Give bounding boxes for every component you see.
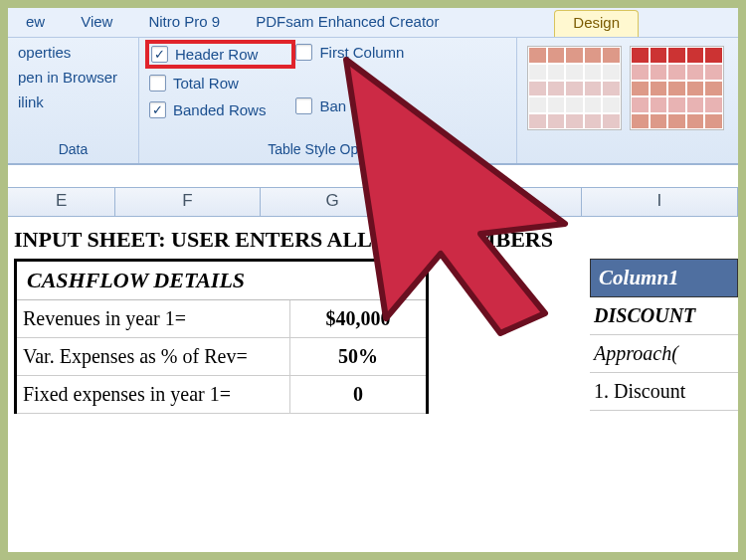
tab-pdfsam-creator[interactable]: PDFsam Enhanced Creator [238,8,457,37]
checkbox-unchecked-icon [149,75,166,92]
row-value: 50% [290,338,426,375]
table-row[interactable]: Revenues in year 1= $40,000 [17,300,426,338]
checkbox-unchecked-icon [295,97,312,114]
tab-design[interactable]: Design [554,10,639,37]
checkbox-checked-icon: ✓ [149,101,166,118]
checkbox-checked-icon: ✓ [151,46,168,63]
ribbon-tabs: ew View Nitro Pro 9 PDFsam Enhanced Crea… [8,8,738,38]
banded-columns-checkbox[interactable]: Ban [295,97,404,114]
sheet-title: INPUT SHEET: USER ENTERS ALL BOLD NUMBER… [8,227,738,259]
ribbon: operties pen in Browser ilink Data ✓ Hea… [8,38,738,165]
group-external-data: operties pen in Browser ilink Data [8,38,139,163]
col-header-e[interactable]: E [8,188,115,216]
table-style-swatch[interactable] [630,46,724,130]
banded-rows-label: Banded Rows [173,101,266,118]
total-row-label: Total Row [173,75,239,92]
row-label: Var. Expenses as % of Rev= [17,338,290,375]
col-header-h[interactable] [405,188,581,216]
spreadsheet-area: E F G I INPUT SHEET: USER ENTERS ALL BOL… [8,187,738,414]
table-row[interactable]: Approach( [590,335,738,373]
open-in-browser-button[interactable]: pen in Browser [18,69,128,86]
row-value: $40,000 [290,300,426,337]
column1-table: Column1 DISCOUNT Approach( 1. Discount [590,259,738,414]
col-header-i[interactable]: I [582,188,738,216]
table-row[interactable]: Var. Expenses as % of Rev= 50% [17,338,426,376]
table-row[interactable]: DISCOUNT [590,297,738,335]
header-row-highlight: ✓ Header Row [145,40,295,69]
total-row-checkbox[interactable]: Total Row [149,75,266,92]
unlink-button[interactable]: ilink [18,93,128,110]
column-headers: E F G I [8,187,738,217]
banded-columns-label: Ban [319,97,346,114]
tab-nitro-pro-9[interactable]: Nitro Pro 9 [130,8,238,37]
col-header-f[interactable]: F [115,188,261,216]
row-label: Fixed expenses in year 1= [17,376,290,413]
group-table-styles [517,38,738,163]
tab-partial-ew[interactable]: ew [8,8,63,37]
group-table-style-options: ✓ Header Row Total Row ✓ Banded Rows [139,38,517,163]
table-row[interactable]: 1. Discount [590,373,738,411]
properties-button[interactable]: operties [18,44,128,61]
row-label: Revenues in year 1= [17,300,290,337]
table-row[interactable]: Fixed expenses in year 1= 0 [17,376,426,414]
tab-view[interactable]: View [63,8,130,37]
group-label-data: Data [8,137,138,163]
header-row-checkbox[interactable]: ✓ Header Row [151,46,258,63]
col-header-g[interactable]: G [261,188,406,216]
checkbox-unchecked-icon [295,44,312,61]
column1-header[interactable]: Column1 [590,259,738,297]
table-style-swatch[interactable] [527,46,622,130]
row-value: 0 [290,376,426,413]
cashflow-table: CASHFLOW DETAILS Revenues in year 1= $40… [14,259,429,414]
first-column-checkbox[interactable]: First Column [295,44,404,61]
group-label-options: Table Style Options [139,137,516,163]
header-row-label: Header Row [175,46,258,63]
banded-rows-checkbox[interactable]: ✓ Banded Rows [149,101,266,118]
cashflow-header-cell[interactable]: CASHFLOW DETAILS [17,262,426,300]
first-column-label: First Column [319,44,404,61]
